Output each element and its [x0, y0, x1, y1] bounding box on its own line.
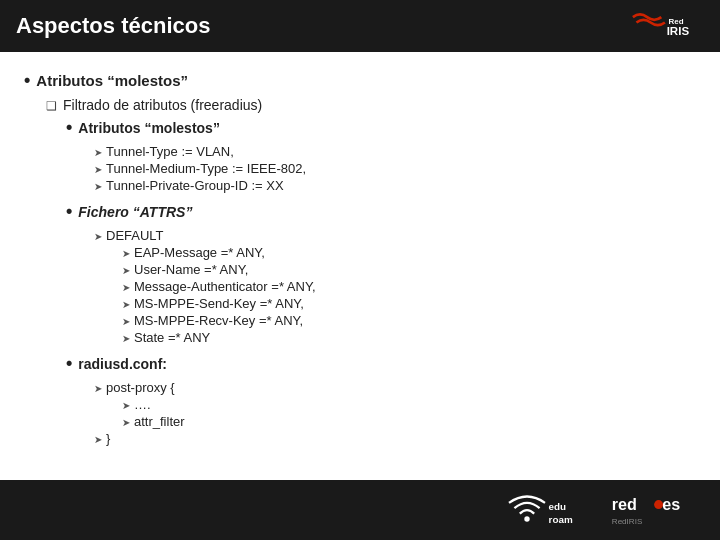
- svg-text:IRIS: IRIS: [667, 25, 690, 37]
- header: Aspectos técnicos Red IRIS: [0, 0, 720, 52]
- footer: edu roam red es RedIRIS: [0, 480, 720, 540]
- sub-section-1: Atributos “molestos” Tunnel-Type := VLAN…: [66, 117, 696, 193]
- header-logo: Red IRIS: [624, 10, 704, 42]
- conf-item-1: ….: [122, 397, 696, 412]
- default-item-2: Message-Authenticator =* ANY,: [122, 279, 696, 294]
- sub-bullet-3: radiusd.conf:: [66, 353, 696, 374]
- eduroam-logo-icon: edu roam: [500, 490, 590, 530]
- tunnel-item-2: Tunnel-Private-Group-ID := XX: [94, 178, 696, 193]
- svg-text:roam: roam: [549, 514, 573, 525]
- default-sub-items: EAP-Message =* ANY, User-Name =* ANY, Me…: [122, 245, 696, 345]
- main-bullet: Atributos “molestos”: [24, 70, 696, 91]
- level2-section: Filtrado de atributos (freeradius) Atrib…: [46, 97, 696, 446]
- tunnel-item-1: Tunnel-Medium-Type := IEEE-802,: [94, 161, 696, 176]
- default-item-0: EAP-Message =* ANY,: [122, 245, 696, 260]
- red-iris-logo-icon: Red IRIS: [624, 10, 704, 42]
- main-content: Atributos “molestos” Filtrado de atribut…: [0, 52, 720, 466]
- sub-bullet-1: Atributos “molestos”: [66, 117, 696, 138]
- page-title: Aspectos técnicos: [16, 13, 210, 39]
- conf-close: }: [94, 431, 696, 446]
- sub-section-2: Fichero “ATTRS” DEFAULT EAP-Message =* A…: [66, 201, 696, 345]
- default-label: DEFAULT: [94, 228, 696, 243]
- redes-logo-icon: red es RedIRIS: [610, 490, 700, 530]
- conf-item-2: attr_filter: [122, 414, 696, 429]
- level1-section: Atributos “molestos” Filtrado de atribut…: [24, 70, 696, 446]
- level2-item: Filtrado de atributos (freeradius): [46, 97, 696, 113]
- svg-text:red: red: [612, 495, 637, 513]
- default-item-3: MS-MPPE-Send-Key =* ANY,: [122, 296, 696, 311]
- sub-section-3: radiusd.conf: post-proxy { …. attr_filte…: [66, 353, 696, 446]
- tunnel-items: Tunnel-Type := VLAN, Tunnel-Medium-Type …: [94, 144, 696, 193]
- svg-text:es: es: [662, 495, 680, 513]
- svg-point-2: [524, 516, 529, 521]
- svg-text:edu: edu: [549, 501, 567, 512]
- svg-text:RedIRIS: RedIRIS: [612, 517, 643, 526]
- attrs-items: DEFAULT EAP-Message =* ANY, User-Name =*…: [94, 228, 696, 345]
- tunnel-item-0: Tunnel-Type := VLAN,: [94, 144, 696, 159]
- conf-items: post-proxy { …. attr_filter }: [94, 380, 696, 446]
- default-item-4: MS-MPPE-Recv-Key =* ANY,: [122, 313, 696, 328]
- default-item-5: State =* ANY: [122, 330, 696, 345]
- conf-sub-items: …. attr_filter: [122, 397, 696, 429]
- default-item-1: User-Name =* ANY,: [122, 262, 696, 277]
- conf-item-0: post-proxy {: [94, 380, 696, 395]
- sub-bullet-2: Fichero “ATTRS”: [66, 201, 696, 222]
